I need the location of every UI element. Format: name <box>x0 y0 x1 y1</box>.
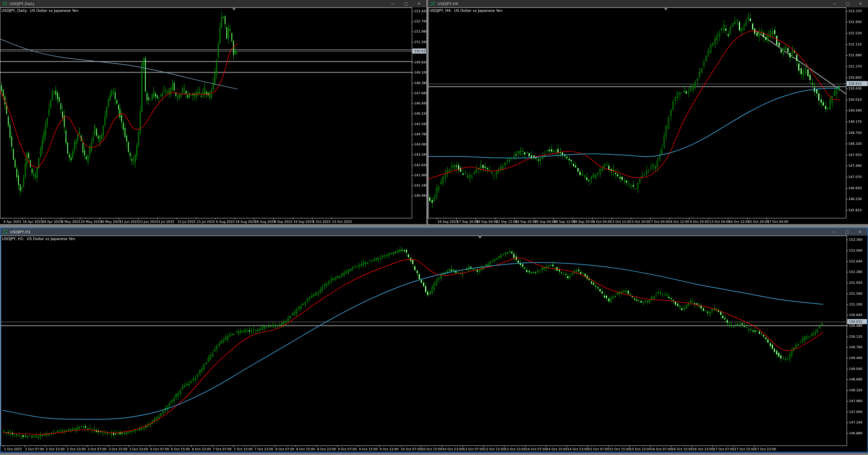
maximize-button[interactable]: □ <box>403 0 409 7</box>
candlestick-icon <box>2 1 7 6</box>
chart-window-h1: USDJPY,H1 — □ ✕ USDJPY, H1: US Dollar vs… <box>0 228 868 453</box>
maximize-button[interactable]: □ <box>844 228 850 236</box>
minimize-button[interactable]: — <box>831 228 837 236</box>
close-button[interactable]: ✕ <box>857 228 863 236</box>
daily-chart-canvas[interactable] <box>0 7 426 224</box>
minimize-button[interactable]: — <box>832 0 837 7</box>
chart-area-daily[interactable]: USDJPY, Daily: US Dollar vs Japanese Yen <box>0 7 426 224</box>
maximize-button[interactable]: □ <box>845 0 850 7</box>
window-titlebar[interactable]: USDJPY,Daily — □ ✕ <box>0 0 426 7</box>
window-titlebar[interactable]: USDJPY,H1 — □ ✕ <box>1 228 867 236</box>
h1-chart-canvas[interactable] <box>1 236 867 452</box>
h4-chart-canvas[interactable] <box>428 7 868 224</box>
close-button[interactable]: ✕ <box>416 0 422 7</box>
candlestick-icon <box>3 230 8 234</box>
chart-window-h4: USDJPY,H4 — □ ✕ USDJPY, H4: US Dollar vs… <box>428 0 868 224</box>
window-title: USDJPY,H4 <box>438 2 458 6</box>
chart-area-h4[interactable]: USDJPY, H4: US Dollar vs Japanese Yen <box>428 7 868 224</box>
minimize-button[interactable]: — <box>390 0 396 7</box>
chart-window-daily: USDJPY,Daily — □ ✕ USDJPY, Daily: US Dol… <box>0 0 426 224</box>
close-button[interactable]: ✕ <box>858 0 863 7</box>
window-titlebar[interactable]: USDJPY,H4 — □ ✕ <box>428 0 868 7</box>
window-title: USDJPY,H1 <box>10 230 31 234</box>
candlestick-icon <box>430 1 435 6</box>
mdi-workspace: USDJPY,Daily — □ ✕ USDJPY, Daily: US Dol… <box>0 0 868 455</box>
chart-area-h1[interactable]: USDJPY, H1: US Dollar vs Japanese Yen <box>1 236 867 452</box>
window-title: USDJPY,Daily <box>9 2 35 6</box>
